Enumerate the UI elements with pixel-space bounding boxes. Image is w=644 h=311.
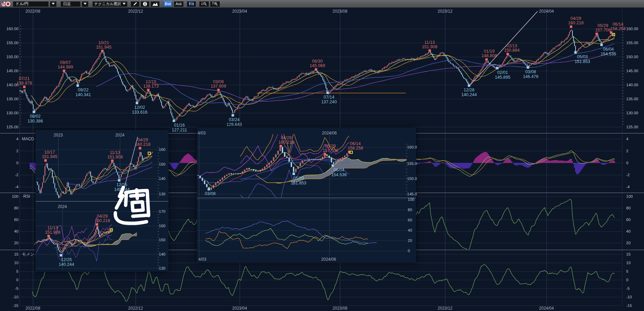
ask-button[interactable]: Ask bbox=[174, 1, 184, 7]
technical-select-label: テクニカル選択 bbox=[94, 1, 121, 7]
zoom-in-button[interactable] bbox=[210, 1, 220, 7]
chart-style-area-button[interactable] bbox=[151, 1, 160, 7]
currency-pair-dropdown-arrow-icon[interactable] bbox=[50, 1, 56, 7]
bid-button[interactable]: Bid bbox=[163, 1, 173, 7]
zoom-out-button[interactable] bbox=[199, 1, 209, 7]
candle-chart-icon bbox=[189, 2, 194, 6]
overlay-daily-canvas[interactable] bbox=[197, 128, 416, 262]
pencil-icon bbox=[133, 2, 138, 6]
chevron-down-icon bbox=[123, 3, 126, 5]
toolbar: ドル/円 日足 テクニカル選択 Bid Ask bbox=[0, 0, 644, 8]
area-chart-icon bbox=[152, 2, 158, 6]
pair-flags bbox=[1, 1, 11, 7]
technical-select-button[interactable]: テクニカル選択 bbox=[92, 1, 127, 7]
zoom-in-icon bbox=[212, 1, 218, 6]
info-button[interactable] bbox=[141, 1, 149, 7]
timeframe-select[interactable]: 日足 bbox=[61, 1, 80, 7]
chart-style-candle-button[interactable] bbox=[187, 1, 196, 7]
info-icon bbox=[143, 2, 147, 6]
currency-pair-select[interactable]: ドル/円 bbox=[13, 1, 49, 7]
draw-pencil-button[interactable] bbox=[131, 1, 139, 7]
jp-flag-icon bbox=[5, 1, 11, 7]
overlay-window-daily[interactable]: 4/032024/064/032024/06160.0155.0150.0145… bbox=[197, 128, 416, 262]
trading-app-window: ドル/円 日足 テクニカル選択 Bid Ask bbox=[0, 0, 644, 311]
timeframe-dropdown-arrow-icon[interactable] bbox=[82, 1, 88, 7]
zoom-out-icon bbox=[201, 1, 207, 6]
handwritten-week-character bbox=[110, 185, 153, 235]
